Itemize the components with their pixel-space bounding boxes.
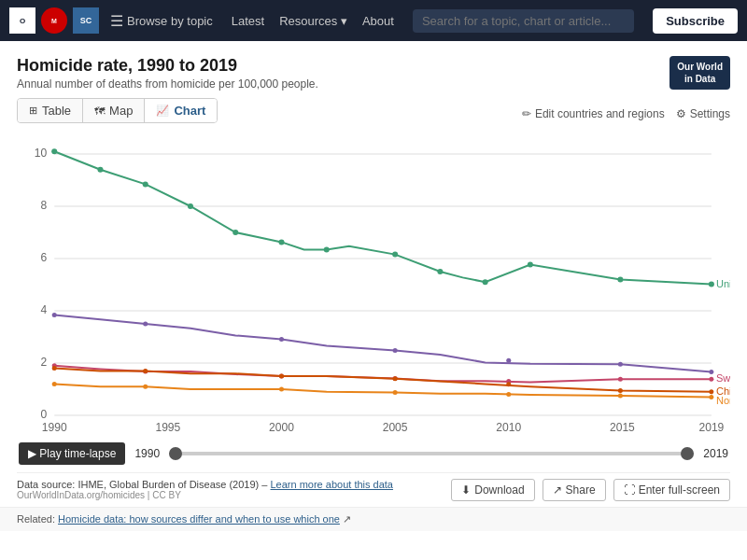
logo-area: O M SC bbox=[9, 7, 99, 34]
svg-point-51 bbox=[393, 376, 398, 381]
svg-point-24 bbox=[278, 239, 284, 245]
svg-point-37 bbox=[506, 358, 511, 363]
settings-button[interactable]: ⚙ Settings bbox=[676, 107, 730, 120]
svg-point-22 bbox=[188, 203, 193, 209]
datasource-url: OurWorldInData.org/homicides | CC BY bbox=[17, 490, 393, 500]
edit-countries-button[interactable]: ✏ Edit countries and regions bbox=[522, 107, 665, 120]
svg-text:2005: 2005 bbox=[383, 421, 408, 434]
svg-text:1990: 1990 bbox=[42, 421, 67, 434]
nav-resources[interactable]: Resources ▾ bbox=[279, 14, 347, 28]
search-container bbox=[413, 9, 634, 33]
logo-sc: SC bbox=[73, 7, 99, 34]
svg-point-38 bbox=[618, 362, 623, 367]
svg-point-49 bbox=[143, 369, 148, 373]
datasource-text: Data source: IHME, Global Burden of Dise… bbox=[17, 479, 393, 490]
download-label: Download bbox=[474, 483, 524, 497]
owid-badge: Our Worldin Data bbox=[669, 56, 730, 90]
share-button[interactable]: ↗ Share bbox=[543, 479, 606, 501]
timeline-row: ▶ Play time-lapse 1990 2019 bbox=[17, 442, 730, 465]
svg-point-60 bbox=[506, 392, 511, 397]
navbar: O M SC ☰ Browse by topic Latest Resource… bbox=[0, 0, 747, 41]
share-label: Share bbox=[566, 483, 596, 497]
svg-point-30 bbox=[617, 276, 623, 282]
svg-point-29 bbox=[528, 262, 533, 268]
svg-point-36 bbox=[393, 348, 398, 353]
download-icon: ⬇ bbox=[461, 483, 471, 497]
logo-martin: M bbox=[41, 7, 67, 34]
chart-controls-row: ⊞ Table 🗺 Map 📈 Chart ✏ Edit countries a… bbox=[17, 98, 730, 129]
tab-chart[interactable]: 📈 Chart bbox=[145, 99, 217, 122]
browse-label: Browse by topic bbox=[127, 14, 213, 28]
svg-point-23 bbox=[233, 230, 238, 235]
download-button[interactable]: ⬇ Download bbox=[451, 479, 534, 501]
tab-map[interactable]: 🗺 Map bbox=[83, 99, 145, 122]
nav-about[interactable]: About bbox=[362, 14, 394, 28]
search-input[interactable] bbox=[413, 9, 634, 33]
settings-label: Settings bbox=[690, 107, 730, 120]
footer-area: Data source: IHME, Global Burden of Dise… bbox=[17, 472, 730, 507]
timeline-handle-left[interactable] bbox=[169, 447, 182, 460]
tab-chart-label: Chart bbox=[174, 104, 205, 118]
svg-point-20 bbox=[97, 167, 103, 173]
line-sweden bbox=[54, 366, 712, 383]
edit-icon: ✏ bbox=[522, 107, 531, 120]
svg-point-58 bbox=[279, 387, 284, 392]
svg-point-50 bbox=[279, 374, 284, 379]
edit-label: Edit countries and regions bbox=[535, 107, 665, 120]
svg-point-19 bbox=[51, 148, 57, 154]
tab-table-label: Table bbox=[42, 104, 71, 118]
svg-point-27 bbox=[437, 269, 443, 274]
x-axis: 1990 1995 2000 2005 2010 2015 2019 bbox=[42, 421, 725, 434]
share-icon: ↗ bbox=[553, 483, 562, 497]
table-icon: ⊞ bbox=[29, 105, 37, 117]
gear-icon: ⚙ bbox=[676, 107, 686, 120]
svg-text:2: 2 bbox=[40, 356, 47, 369]
play-button[interactable]: ▶ Play time-lapse bbox=[19, 442, 125, 465]
svg-point-26 bbox=[392, 252, 398, 258]
chart-icon: 📈 bbox=[156, 105, 169, 117]
svg-point-53 bbox=[618, 388, 623, 393]
svg-point-34 bbox=[143, 322, 148, 327]
right-controls: ✏ Edit countries and regions ⚙ Settings bbox=[522, 107, 730, 120]
tab-table[interactable]: ⊞ Table bbox=[18, 99, 83, 122]
map-icon: 🗺 bbox=[94, 105, 105, 117]
related-bar: Related: Homicide data: how sources diff… bbox=[0, 507, 747, 531]
svg-text:1995: 1995 bbox=[155, 421, 180, 434]
nav-latest[interactable]: Latest bbox=[232, 14, 264, 28]
svg-text:6: 6 bbox=[40, 251, 47, 264]
main-content: Homicide rate, 1990 to 2019 Annual numbe… bbox=[0, 41, 747, 507]
svg-point-35 bbox=[279, 337, 284, 342]
chart-area: 0 2 4 6 8 10 1990 1995 2000 2005 2010 20… bbox=[17, 131, 730, 439]
svg-text:2015: 2015 bbox=[610, 421, 635, 434]
svg-point-62 bbox=[709, 395, 713, 399]
hamburger-icon: ☰ bbox=[110, 12, 123, 30]
svg-text:10: 10 bbox=[35, 147, 48, 160]
related-link[interactable]: Homicide data: how sources differ and wh… bbox=[58, 513, 340, 525]
learn-more-link[interactable]: Learn more about this data bbox=[270, 479, 392, 490]
svg-text:Sweden: Sweden bbox=[716, 372, 730, 384]
subscribe-button[interactable]: Subscribe bbox=[653, 8, 738, 34]
svg-point-46 bbox=[709, 377, 713, 382]
svg-text:2000: 2000 bbox=[269, 421, 294, 434]
svg-point-57 bbox=[143, 385, 148, 389]
fullscreen-button[interactable]: ⛶ Enter full-screen bbox=[613, 479, 730, 501]
svg-text:2019: 2019 bbox=[698, 421, 724, 434]
fullscreen-label: Enter full-screen bbox=[639, 483, 720, 497]
timeline-start: 1990 bbox=[134, 447, 160, 460]
svg-text:United States: United States bbox=[716, 278, 730, 289]
svg-text:0: 0 bbox=[40, 408, 47, 421]
tab-bar: ⊞ Table 🗺 Map 📈 Chart bbox=[17, 98, 218, 123]
logo-oxford: O bbox=[9, 7, 35, 34]
svg-point-33 bbox=[52, 313, 57, 317]
timeline-end: 2019 bbox=[703, 447, 728, 460]
fullscreen-icon: ⛶ bbox=[624, 483, 635, 497]
related-label: Related: bbox=[17, 513, 55, 525]
timeline-handle-right[interactable] bbox=[681, 447, 694, 460]
svg-point-56 bbox=[52, 382, 57, 386]
line-us bbox=[54, 151, 712, 284]
tab-map-label: Map bbox=[109, 104, 133, 118]
svg-text:4: 4 bbox=[40, 303, 47, 316]
browse-topic-button[interactable]: ☰ Browse by topic bbox=[110, 12, 213, 30]
chart-subtitle: Annual number of deaths from homicide pe… bbox=[17, 77, 318, 91]
timeline-track[interactable] bbox=[169, 452, 694, 455]
